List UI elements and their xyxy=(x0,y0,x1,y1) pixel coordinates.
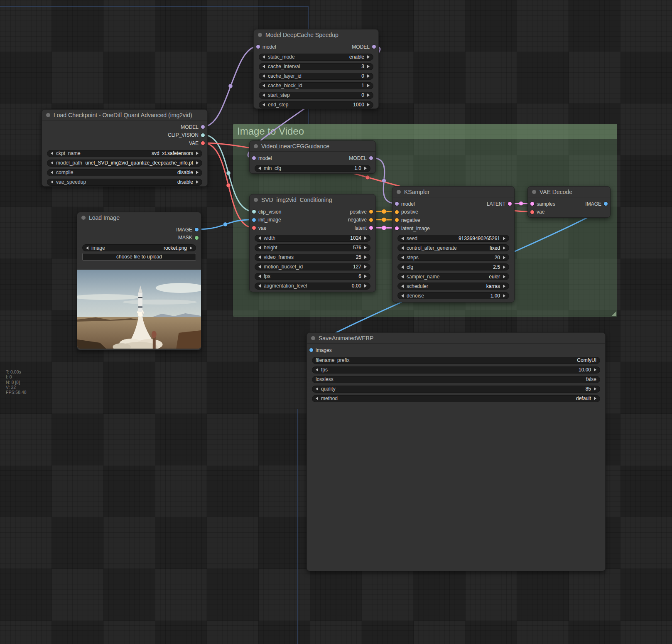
increment-arrow-icon[interactable] xyxy=(503,246,505,250)
node-graph-canvas[interactable]: Image to Video Model DeepCache Speed xyxy=(0,0,672,644)
decrement-arrow-icon[interactable] xyxy=(258,246,261,249)
input-slot-negative[interactable] xyxy=(395,218,399,222)
increment-arrow-icon[interactable] xyxy=(190,246,192,250)
input-slot-model[interactable] xyxy=(395,202,399,206)
decrement-arrow-icon[interactable] xyxy=(262,84,265,87)
decrement-arrow-icon[interactable] xyxy=(262,103,265,106)
decrement-arrow-icon[interactable] xyxy=(258,284,261,288)
widget-static-mode[interactable]: static_modeenable xyxy=(259,54,373,61)
increment-arrow-icon[interactable] xyxy=(503,275,505,278)
widget-cache-interval[interactable]: cache_interval3 xyxy=(259,63,373,70)
increment-arrow-icon[interactable] xyxy=(196,161,199,165)
input-slot-positive[interactable] xyxy=(395,210,399,214)
widget-augmentation-level[interactable]: augmentation_level0.00 xyxy=(255,283,370,290)
widget-sampler-name[interactable]: sampler_nameeuler xyxy=(397,273,509,280)
node-title-bar[interactable]: Model DeepCache Speedup xyxy=(254,29,378,40)
decrement-arrow-icon[interactable] xyxy=(262,93,265,97)
node-title-bar[interactable]: KSampler xyxy=(392,187,514,197)
widget-denoise[interactable]: denoise1.00 xyxy=(397,292,509,299)
node-svd-img2vid-conditioning[interactable]: SVD_img2vid_Conditioning clip_vision pos… xyxy=(249,194,376,292)
increment-arrow-icon[interactable] xyxy=(503,256,505,259)
decrement-arrow-icon[interactable] xyxy=(258,236,261,240)
widget-start-step[interactable]: start_step0 xyxy=(259,92,373,99)
widget-filename-prefix[interactable]: filename_prefixComfyUI xyxy=(312,357,600,364)
increment-arrow-icon[interactable] xyxy=(364,246,367,249)
widget-min-cfg[interactable]: min_cfg1.0 xyxy=(255,165,370,172)
increment-arrow-icon[interactable] xyxy=(364,275,367,278)
input-slot-model[interactable] xyxy=(256,45,260,49)
decrement-arrow-icon[interactable] xyxy=(401,285,404,288)
increment-arrow-icon[interactable] xyxy=(503,294,505,297)
input-slot-init-image[interactable] xyxy=(252,218,256,222)
widget-end-step[interactable]: end_step1000 xyxy=(259,101,373,108)
output-slot-latent[interactable] xyxy=(508,202,512,206)
node-title-bar[interactable]: Load Checkpoint - OneDiff Quant Advanced… xyxy=(42,110,207,120)
decrement-arrow-icon[interactable] xyxy=(258,167,261,170)
input-slot-clip-vision[interactable] xyxy=(252,210,256,214)
output-slot-positive[interactable] xyxy=(369,210,373,214)
widget-seed[interactable]: seed913369490265261 xyxy=(397,235,509,242)
output-slot-image[interactable] xyxy=(195,228,199,231)
output-slot-vae[interactable] xyxy=(201,141,205,145)
node-title-bar[interactable]: VideoLinearCFGGuidance xyxy=(250,141,375,152)
decrement-arrow-icon[interactable] xyxy=(401,246,404,250)
output-slot-model[interactable] xyxy=(369,156,373,160)
widget-fps[interactable]: fps10.00 xyxy=(312,366,600,374)
increment-arrow-icon[interactable] xyxy=(196,180,199,184)
node-model-deepcache-speedup[interactable]: Model DeepCache Speedup model MODEL stat… xyxy=(253,29,379,109)
increment-arrow-icon[interactable] xyxy=(364,265,367,268)
increment-arrow-icon[interactable] xyxy=(503,265,505,269)
widget-width[interactable]: width1024 xyxy=(255,235,370,242)
widget-height[interactable]: height576 xyxy=(255,244,370,251)
output-slot-latent[interactable] xyxy=(369,226,373,230)
decrement-arrow-icon[interactable] xyxy=(51,171,53,174)
increment-arrow-icon[interactable] xyxy=(503,237,505,240)
decrement-arrow-icon[interactable] xyxy=(51,152,53,155)
widget-vae-speedup[interactable]: vae_speedupdisable xyxy=(47,179,202,186)
input-slot-latent-image[interactable] xyxy=(395,226,399,230)
group-title[interactable]: Image to Video xyxy=(233,124,617,139)
output-slot-model[interactable] xyxy=(201,125,205,129)
increment-arrow-icon[interactable] xyxy=(196,171,199,174)
widget-method[interactable]: methoddefault xyxy=(312,395,600,402)
widget-steps[interactable]: steps20 xyxy=(397,254,509,261)
increment-arrow-icon[interactable] xyxy=(367,84,370,87)
decrement-arrow-icon[interactable] xyxy=(258,265,261,268)
increment-arrow-icon[interactable] xyxy=(367,74,370,78)
node-video-linear-cfg-guidance[interactable]: VideoLinearCFGGuidance model MODEL min_c… xyxy=(249,140,376,174)
node-save-animated-webp[interactable]: SaveAnimatedWEBP images filename_prefixC… xyxy=(307,332,606,571)
increment-arrow-icon[interactable] xyxy=(364,236,367,240)
widget-cfg[interactable]: cfg2.5 xyxy=(397,263,509,270)
increment-arrow-icon[interactable] xyxy=(364,284,367,288)
decrement-arrow-icon[interactable] xyxy=(316,387,318,391)
decrement-arrow-icon[interactable] xyxy=(401,294,404,297)
decrement-arrow-icon[interactable] xyxy=(258,256,261,259)
increment-arrow-icon[interactable] xyxy=(594,387,596,391)
widget-quality[interactable]: quality85 xyxy=(312,386,600,393)
choose-file-upload-button[interactable]: choose file to upload xyxy=(82,253,196,261)
widget-lossless-toggle[interactable]: losslessfalse xyxy=(312,376,600,383)
decrement-arrow-icon[interactable] xyxy=(316,368,318,371)
widget-video-frames[interactable]: video_frames25 xyxy=(255,254,370,261)
input-slot-samples[interactable] xyxy=(530,202,534,206)
widget-model-path[interactable]: model_pathunet_SVD_img2vid_quantize_deep… xyxy=(47,160,202,167)
increment-arrow-icon[interactable] xyxy=(367,65,370,68)
increment-arrow-icon[interactable] xyxy=(594,397,596,400)
input-slot-images[interactable] xyxy=(309,348,313,352)
increment-arrow-icon[interactable] xyxy=(367,103,370,106)
widget-compile[interactable]: compiledisable xyxy=(47,169,202,176)
increment-arrow-icon[interactable] xyxy=(364,256,367,259)
node-load-checkpoint-onediff[interactable]: Load Checkpoint - OneDiff Quant Advanced… xyxy=(42,109,208,187)
increment-arrow-icon[interactable] xyxy=(367,93,370,97)
decrement-arrow-icon[interactable] xyxy=(316,397,318,400)
widget-control-after-generate[interactable]: control_after_generatefixed xyxy=(397,244,509,251)
output-slot-image[interactable] xyxy=(604,202,608,206)
widget-fps[interactable]: fps6 xyxy=(255,273,370,280)
node-ksampler[interactable]: KSampler model LATENT positive negative … xyxy=(392,186,515,302)
decrement-arrow-icon[interactable] xyxy=(401,256,404,259)
widget-ckpt-name[interactable]: ckpt_namesvd_xt.safetensors xyxy=(47,150,202,157)
decrement-arrow-icon[interactable] xyxy=(401,265,404,269)
decrement-arrow-icon[interactable] xyxy=(262,74,265,78)
increment-arrow-icon[interactable] xyxy=(594,368,596,371)
node-title-bar[interactable]: SaveAnimatedWEBP xyxy=(307,333,605,344)
